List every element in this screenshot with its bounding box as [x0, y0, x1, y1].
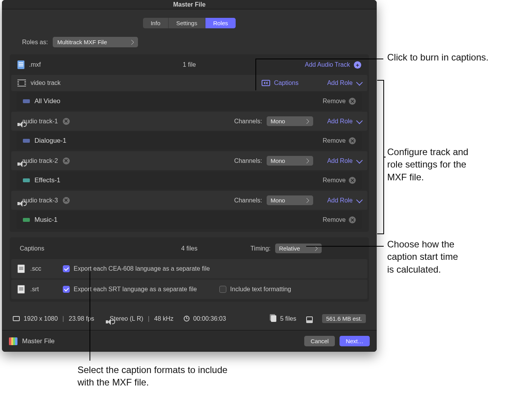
status-size-badge: 561.6 MB est. [322, 314, 366, 323]
audio-track-label: audio track-1 [22, 118, 58, 125]
chevron-down-icon [356, 118, 363, 124]
role-color-swatch [23, 218, 30, 222]
window-title: Master File [2, 0, 377, 9]
footer: Master File Cancel Next… [2, 330, 377, 352]
remove-track-button[interactable]: ✕ [63, 197, 70, 204]
video-add-role-button[interactable]: Add Role [327, 80, 361, 86]
timing-label: Timing: [250, 245, 271, 252]
captions-panel: Captions 4 files Timing: Relative .scc E… [10, 237, 369, 302]
captions-title: Captions [20, 245, 44, 252]
captions-button[interactable]: Captions [262, 80, 298, 86]
roles-as-label: Roles as: [22, 39, 48, 46]
caption-ext: .srt [30, 286, 57, 293]
cancel-button[interactable]: Cancel [304, 336, 335, 346]
export-window: Master File Info Settings Roles Roles as… [2, 0, 377, 352]
remove-role-button[interactable]: Remove ✕ [322, 177, 356, 184]
status-fps: 23.98 fps [69, 315, 94, 322]
export-scc-label: Export each CEA-608 language as a separa… [74, 265, 210, 272]
annotation-burn-in: Click to burn in captions. [387, 51, 488, 64]
channels-select[interactable]: Mono [267, 195, 313, 205]
tab-group: Info Settings Roles [143, 18, 236, 28]
add-audio-track-button[interactable]: Add Audio Track + [305, 61, 361, 69]
status-timecode: 00:00:36:03 [193, 315, 226, 322]
role-color-swatch [23, 178, 30, 182]
status-file-count: 5 files [280, 315, 296, 322]
remove-role-button[interactable]: Remove ✕ [322, 216, 356, 223]
document-icon [17, 264, 25, 273]
channels-label: Channels: [234, 197, 262, 204]
audio-add-role-button[interactable]: Add Role [327, 118, 361, 125]
remove-role-button[interactable]: Remove ✕ [322, 137, 356, 144]
aspect-icon [13, 316, 20, 321]
roles-as-select[interactable]: Multitrack MXF File [53, 37, 138, 47]
audio-track-label: audio track-3 [22, 197, 58, 204]
audio-role-name: Dialogue-1 [34, 137, 66, 145]
remove-role-button[interactable]: Remove ✕ [322, 98, 356, 105]
chevron-down-icon [356, 197, 363, 203]
tab-info[interactable]: Info [143, 18, 168, 28]
monitor-icon [306, 316, 313, 321]
include-formatting-checkbox[interactable] [219, 286, 226, 293]
close-icon: ✕ [349, 177, 356, 184]
include-formatting-label: Include text formatting [230, 286, 291, 293]
tab-settings[interactable]: Settings [168, 18, 205, 28]
tracks-panel: .mxf 1 file Add Audio Track + video trac… [10, 54, 369, 232]
close-icon: ✕ [349, 216, 356, 223]
status-rate: 48 kHz [154, 315, 174, 322]
files-icon [271, 315, 276, 322]
close-icon: ✕ [349, 137, 356, 144]
chevron-down-icon [356, 157, 363, 164]
chevron-down-icon [356, 79, 363, 86]
audio-add-role-button[interactable]: Add Role [327, 197, 361, 204]
export-scc-checkbox[interactable] [63, 265, 70, 272]
audio-role-name: Effects-1 [34, 176, 60, 184]
caption-ext: .scc [30, 265, 57, 272]
video-role-name: All Video [34, 97, 60, 105]
status-resolution: 1920 x 1080 [24, 315, 58, 322]
document-icon [17, 285, 25, 294]
audio-track-label: audio track-2 [22, 157, 58, 164]
role-color-swatch [23, 139, 30, 143]
next-button[interactable]: Next… [340, 336, 370, 346]
export-srt-checkbox[interactable] [63, 286, 70, 293]
tab-roles[interactable]: Roles [205, 18, 236, 28]
file-ext: .mxf [29, 61, 41, 68]
close-icon: ✕ [349, 98, 356, 105]
film-icon [17, 80, 26, 86]
video-track-label: video track [31, 80, 60, 86]
file-count: 1 file [183, 61, 196, 68]
channels-label: Channels: [234, 118, 262, 125]
clock-icon [184, 316, 190, 321]
audio-role-name: Music-1 [34, 216, 58, 224]
remove-track-button[interactable]: ✕ [63, 118, 70, 125]
timing-select[interactable]: Relative [275, 244, 322, 253]
file-icon [17, 60, 24, 69]
remove-track-button[interactable]: ✕ [63, 157, 70, 164]
annotation-timing: Choose how the caption start time is cal… [387, 238, 465, 276]
app-icon [9, 337, 17, 345]
captions-count: 4 files [181, 245, 198, 252]
channels-label: Channels: [234, 157, 262, 164]
annotation-configure: Configure track and role settings for th… [387, 146, 472, 183]
footer-title: Master File [22, 337, 55, 345]
channels-select[interactable]: Mono [267, 116, 313, 126]
plus-icon: + [354, 61, 361, 69]
cc-icon [262, 80, 270, 86]
audio-add-role-button[interactable]: Add Role [327, 157, 361, 164]
annotation-formats: Select the caption formats to include wi… [78, 364, 233, 389]
export-srt-label: Export each SRT language as a separate f… [74, 286, 197, 293]
role-color-swatch [23, 99, 30, 103]
status-bar: 1920 x 1080 | 23.98 fps Stereo (L R) | 4… [10, 307, 369, 330]
channels-select[interactable]: Mono [267, 156, 313, 166]
